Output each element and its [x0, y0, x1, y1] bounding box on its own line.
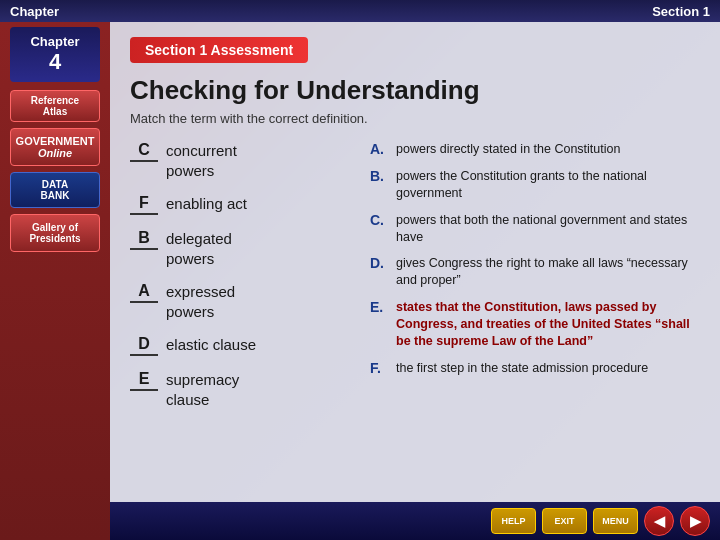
match-letter: A	[130, 282, 158, 303]
match-letter: D	[130, 335, 158, 356]
sidebar-gallery-presidents[interactable]: Gallery ofPresidents	[10, 214, 100, 252]
definition-item: D.gives Congress the right to make all l…	[370, 255, 700, 289]
menu-button[interactable]: MENU	[593, 508, 638, 534]
chapter-label: Chapter	[10, 4, 59, 19]
definition-letter: F.	[370, 360, 390, 376]
government-online-label: GOVERNMENTOnline	[16, 135, 95, 159]
sidebar-reference-atlas[interactable]: ReferenceAtlas	[10, 90, 100, 122]
definition-text: powers that both the national government…	[396, 212, 700, 246]
definition-letter: C.	[370, 212, 390, 228]
definition-letter: A.	[370, 141, 390, 157]
help-button[interactable]: HELP	[491, 508, 536, 534]
sidebar-government-online[interactable]: GOVERNMENTOnline	[10, 128, 100, 166]
page-wrapper: Chapter Section 1 Chapter 4 ReferenceAtl…	[0, 0, 720, 540]
match-term: expressed powers	[166, 282, 235, 321]
exit-button[interactable]: EXIT	[542, 508, 587, 534]
gallery-presidents-label: Gallery ofPresidents	[29, 222, 80, 244]
sidebar: Chapter 4 ReferenceAtlas GOVERNMENTOnlin…	[0, 22, 110, 540]
match-item: Aexpressed powers	[130, 282, 350, 321]
match-item: Esupremacy clause	[130, 370, 350, 409]
terms-column: Cconcurrent powersFenabling actBdelegate…	[130, 141, 350, 423]
match-term: supremacy clause	[166, 370, 239, 409]
match-item: Fenabling act	[130, 194, 350, 215]
definition-letter: E.	[370, 299, 390, 315]
section-label: Section 1	[652, 4, 710, 19]
definition-text: powers directly stated in the Constituti…	[396, 141, 620, 158]
nav-forward-button[interactable]: ▶	[680, 506, 710, 536]
match-term: concurrent powers	[166, 141, 237, 180]
match-letter: B	[130, 229, 158, 250]
match-term: enabling act	[166, 194, 247, 214]
chapter-badge-label: Chapter	[30, 34, 79, 49]
chapter-badge: Chapter 4	[10, 27, 100, 82]
definition-item: A.powers directly stated in the Constitu…	[370, 141, 700, 158]
match-area: Cconcurrent powersFenabling actBdelegate…	[130, 141, 700, 423]
match-letter: C	[130, 141, 158, 162]
match-item: Cconcurrent powers	[130, 141, 350, 180]
match-term: delegated powers	[166, 229, 232, 268]
match-letter: F	[130, 194, 158, 215]
chapter-number: 4	[49, 49, 61, 75]
definition-text: the first step in the state admission pr…	[396, 360, 648, 377]
section-assessment-banner: Section 1 Assessment	[130, 37, 308, 63]
definition-text: states that the Constitution, laws passe…	[396, 299, 700, 350]
top-bar: Chapter Section 1	[0, 0, 720, 22]
match-term: elastic clause	[166, 335, 256, 355]
definitions-column: A.powers directly stated in the Constitu…	[370, 141, 700, 423]
definition-text: powers the Constitution grants to the na…	[396, 168, 700, 202]
nav-back-button[interactable]: ◀	[644, 506, 674, 536]
definition-item: C.powers that both the national governme…	[370, 212, 700, 246]
data-bank-label: DATABANK	[41, 179, 70, 201]
match-item: Delastic clause	[130, 335, 350, 356]
match-letter: E	[130, 370, 158, 391]
definition-item: B.powers the Constitution grants to the …	[370, 168, 700, 202]
reference-atlas-label: ReferenceAtlas	[31, 95, 79, 117]
page-subtitle: Match the term with the correct definiti…	[130, 111, 700, 126]
definition-text: gives Congress the right to make all law…	[396, 255, 700, 289]
sidebar-data-bank[interactable]: DATABANK	[10, 172, 100, 208]
definition-letter: D.	[370, 255, 390, 271]
main-content: Section 1 Assessment Checking for Unders…	[110, 22, 720, 540]
bottom-nav-bar: HELP EXIT MENU ◀ ▶	[110, 502, 720, 540]
match-item: Bdelegated powers	[130, 229, 350, 268]
definition-item: F.the first step in the state admission …	[370, 360, 700, 377]
page-title: Checking for Understanding	[130, 75, 700, 106]
definition-item: E.states that the Constitution, laws pas…	[370, 299, 700, 350]
definition-letter: B.	[370, 168, 390, 184]
